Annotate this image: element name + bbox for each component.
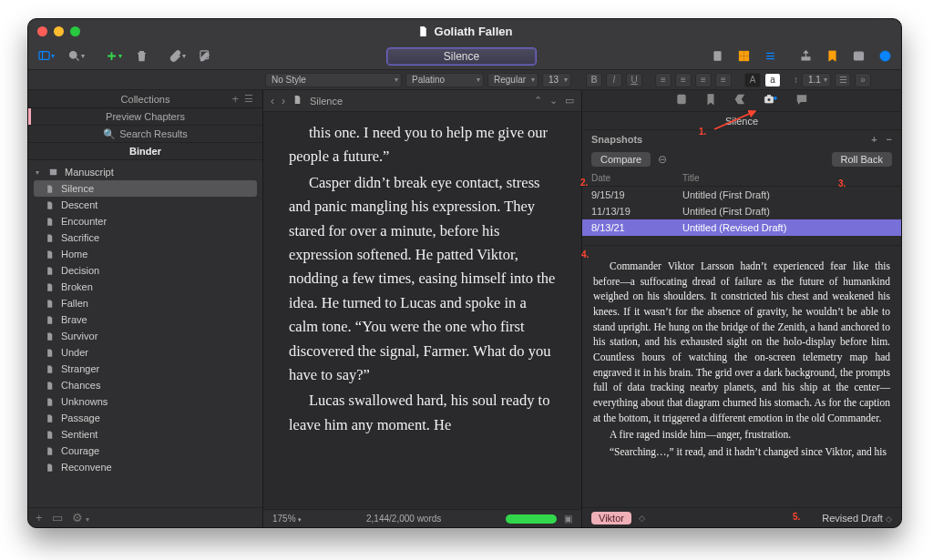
- collections-menu-icon[interactable]: ☰: [244, 93, 253, 105]
- view-mode-button[interactable]: ▾: [37, 49, 55, 63]
- split-up-icon[interactable]: ⌃: [534, 95, 542, 107]
- comments-tab-icon[interactable]: [795, 93, 808, 108]
- corkboard-view-icon[interactable]: [737, 49, 751, 63]
- nav-forward-icon[interactable]: ›: [282, 95, 285, 107]
- metadata-tab-icon[interactable]: [733, 93, 746, 108]
- snapshots-tab-icon[interactable]: ●: [763, 93, 780, 108]
- linespacing-select[interactable]: 1.1: [802, 73, 831, 87]
- snapshot-controls: Compare ⊖ Roll Back: [582, 148, 901, 170]
- list-button[interactable]: ☰: [835, 73, 851, 87]
- minimize-window[interactable]: [54, 26, 64, 36]
- revision-select[interactable]: Revised Draft ◇: [822, 513, 892, 524]
- info-button[interactable]: [878, 49, 892, 63]
- search-results-tab[interactable]: 🔍Search Results: [28, 126, 262, 143]
- nav-back-icon[interactable]: ‹: [271, 95, 274, 107]
- image-toggle-icon[interactable]: [852, 49, 866, 63]
- document-icon: [45, 380, 56, 391]
- document-title-pill[interactable]: Silence: [386, 47, 537, 66]
- share-button[interactable]: [799, 49, 813, 63]
- binder-item[interactable]: Under: [28, 344, 262, 361]
- style-select[interactable]: No Style: [265, 73, 402, 87]
- document-icon: [45, 183, 56, 194]
- binder-item[interactable]: Home: [28, 246, 262, 262]
- editor-body[interactable]: this one. I need you to help me give our…: [263, 112, 581, 509]
- add-button[interactable]: ▾: [105, 49, 122, 63]
- align-right-button[interactable]: ≡: [695, 73, 712, 87]
- italic-button[interactable]: I: [606, 73, 622, 87]
- compare-button[interactable]: Compare: [591, 152, 651, 167]
- search-button[interactable]: ▾: [67, 49, 85, 63]
- binder-item[interactable]: Stranger: [28, 361, 262, 377]
- gear-icon[interactable]: ⚙ ▾: [72, 511, 90, 524]
- binder-item[interactable]: Unknowns: [28, 393, 262, 410]
- binder-item[interactable]: Decision: [28, 262, 262, 279]
- zoom-level[interactable]: 175% ▾: [272, 514, 302, 524]
- snapshot-row[interactable]: 8/13/21Untitled (Revised Draft): [582, 219, 901, 236]
- binder-item[interactable]: Passage: [28, 410, 262, 426]
- binder-item[interactable]: Descent: [28, 197, 262, 213]
- underline-button[interactable]: U: [626, 73, 642, 87]
- align-justify-button[interactable]: ≡: [715, 73, 732, 87]
- binder-root-manuscript[interactable]: ▾ Manuscript: [28, 164, 262, 180]
- bookmark-icon[interactable]: [825, 49, 839, 63]
- bookmarks-tab-icon[interactable]: [704, 93, 717, 108]
- target-progress[interactable]: [506, 514, 557, 524]
- font-select[interactable]: Palatino: [405, 73, 484, 87]
- collections-header: Collections + ☰: [28, 90, 262, 108]
- snapshot-row[interactable]: 9/15/19Untitled (First Draft): [582, 187, 901, 203]
- bold-button[interactable]: B: [586, 73, 602, 87]
- snapshot-row[interactable]: 11/13/19Untitled (First Draft): [582, 203, 901, 219]
- text-color-button[interactable]: A: [744, 73, 761, 87]
- binder-item[interactable]: Fallen: [28, 295, 262, 311]
- weight-select[interactable]: Regular: [487, 73, 538, 87]
- align-left-button[interactable]: ≡: [655, 73, 672, 87]
- compare-options-icon[interactable]: ⊖: [658, 153, 667, 166]
- svg-point-22: [767, 98, 771, 102]
- binder-item[interactable]: Brave: [28, 311, 262, 328]
- sidebar: Collections + ☰ Preview Chapters 🔍Search…: [28, 90, 263, 527]
- binder-item[interactable]: Sacrifice: [28, 229, 262, 246]
- add-snapshot-icon[interactable]: +: [871, 134, 877, 145]
- rollback-button[interactable]: Roll Back: [832, 152, 892, 167]
- binder-tree[interactable]: ▾ Manuscript SilenceDescentEncounterSacr…: [28, 160, 262, 507]
- binder-item[interactable]: Broken: [28, 279, 262, 295]
- add-folder-icon[interactable]: ▭: [52, 511, 63, 524]
- editor-header: ‹ › Silence ⌃ ⌄ ▭: [263, 90, 581, 112]
- svg-rect-9: [744, 52, 748, 56]
- snapshot-preview[interactable]: Commander Viktor Larsson hadn’t experien…: [582, 245, 901, 507]
- binder-item-label: Survivor: [61, 331, 97, 341]
- align-center-button[interactable]: ≡: [675, 73, 692, 87]
- delete-snapshot-icon[interactable]: −: [887, 134, 892, 145]
- outline-view-icon[interactable]: [764, 49, 777, 63]
- add-collection-icon[interactable]: +: [231, 92, 239, 106]
- inspector-title: Silence: [582, 112, 901, 130]
- highlight-button[interactable]: a: [764, 73, 781, 87]
- pov-pill[interactable]: Viktor: [591, 512, 631, 524]
- add-doc-icon[interactable]: +: [36, 511, 43, 524]
- compose-button[interactable]: [199, 49, 212, 63]
- binder-item[interactable]: Encounter: [28, 213, 262, 229]
- binder-item[interactable]: Courage: [28, 443, 262, 459]
- close-window[interactable]: [37, 26, 47, 36]
- inspector-footer: Viktor ◇ Revised Draft ◇: [582, 507, 901, 527]
- svg-rect-21: [767, 95, 771, 97]
- trash-button[interactable]: [135, 49, 149, 63]
- chevrons-button[interactable]: »: [855, 73, 871, 87]
- binder-item[interactable]: Chances: [28, 377, 262, 393]
- editor-view-icon[interactable]: [711, 49, 724, 63]
- binder-item[interactable]: Silence: [34, 180, 257, 197]
- binder-item[interactable]: Sentient: [28, 426, 262, 443]
- compose-icon[interactable]: ▣: [564, 514, 572, 524]
- split-down-icon[interactable]: ⌄: [549, 95, 558, 107]
- attach-button[interactable]: ▾: [169, 49, 186, 63]
- main-area: Collections + ☰ Preview Chapters 🔍Search…: [28, 90, 901, 527]
- zoom-window[interactable]: [70, 26, 80, 36]
- size-select[interactable]: 13: [542, 73, 571, 87]
- notes-tab-icon[interactable]: [675, 93, 688, 108]
- binder-item[interactable]: Reconvene: [28, 459, 262, 475]
- binder-item-label: Reconvene: [61, 462, 112, 473]
- layout-icon[interactable]: ▭: [565, 95, 574, 107]
- binder-tab[interactable]: Binder: [28, 143, 262, 160]
- preview-chapters-tab[interactable]: Preview Chapters: [28, 108, 262, 126]
- binder-item[interactable]: Survivor: [28, 328, 262, 344]
